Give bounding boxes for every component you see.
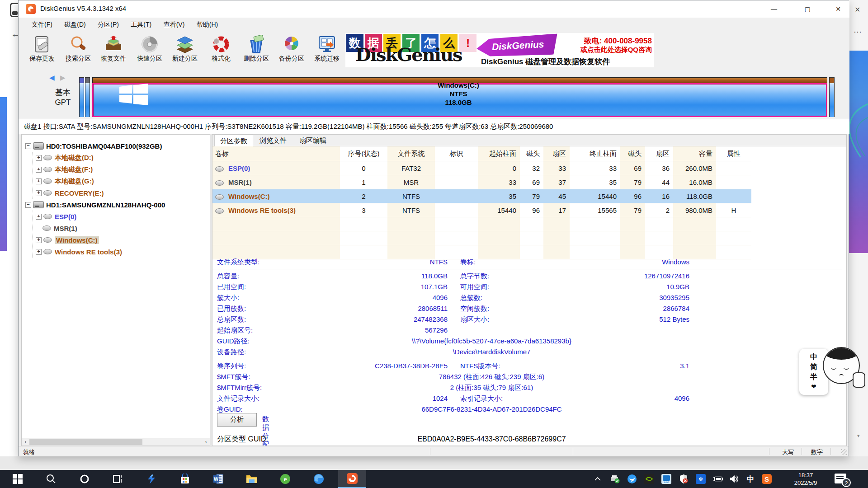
tree-item-windows-c[interactable]: + Windows(C:) [33,234,210,246]
tray-power-icon[interactable] [712,474,723,484]
expand-icon[interactable]: + [36,237,42,243]
partition-block-msr[interactable] [85,77,90,117]
tree-item-recovery-e[interactable]: + RECOVERY(E:) [33,187,210,199]
wallpaper-left-sliver [0,97,7,251]
table-row-esp[interactable]: ESP(0) 0 FAT32 0 32 33 33 69 36 260.0MB [212,161,751,175]
menu-partition[interactable]: 分区(P) [93,18,124,32]
tray-sogou-icon[interactable]: S [761,474,772,484]
tree-item-windows-re[interactable]: + Windows RE tools(3) [33,246,210,258]
heart-icon[interactable]: ❤ [811,382,816,391]
behind-window-close-icon[interactable]: ✕ [854,5,860,14]
tree-item-esp[interactable]: + ESP(0) [33,211,210,222]
partition-detail-panel: 分区参数 浏览文件 扇区编辑 卷标 序号(状态) 文件系统 标识 起始柱面 磁头… [212,134,847,446]
promo-banner[interactable]: 数 据 丢 了 怎 么 ! DiskGenius DiskGenius 致电: … [345,33,654,67]
scroll-right-icon[interactable]: › [202,438,210,446]
table-row-msr[interactable]: MSR(1) 1 MSR 33 69 37 35 79 44 16.0MB [212,175,751,189]
detail-row: 总扇区数:247482368 扇区大小:512 Bytes [217,314,689,325]
ime-simplified-mode[interactable]: 简 [810,362,817,371]
tab-browse-files[interactable]: 浏览文件 [254,135,292,146]
tray-chevron-up-icon[interactable] [592,474,603,484]
tree-item-hd1[interactable]: − HD1:SAMSUNGMZNLN128HAHQ-000 [25,199,210,211]
clock-time: 18:37 [782,471,829,479]
tray-dingtalk-icon[interactable] [627,474,637,484]
banner-qq-link[interactable]: 或点击此处选择QQ咨询 [544,46,652,54]
tray-intel-graphics-icon[interactable]: intel [661,474,672,484]
menu-file[interactable]: 文件(F) [27,18,57,32]
tab-partition-params[interactable]: 分区参数 [214,135,253,147]
close-button[interactable]: ✕ [828,0,849,18]
window-title: DiskGenius V5.4.3.1342 x64 [40,5,126,12]
expand-icon[interactable]: + [36,167,42,173]
search-partition-button[interactable]: 搜索分区 [60,34,96,66]
format-button[interactable]: 格式化 [203,34,239,66]
tray-snowflake-icon[interactable]: ❄ [695,474,706,484]
menu-help[interactable]: 帮助(H) [192,18,223,32]
nav-right-arrow-icon[interactable]: ▶ [60,74,66,82]
expand-icon[interactable]: + [36,214,42,220]
maximize-button[interactable]: ▢ [797,0,818,18]
svg-text:❄: ❄ [698,476,703,483]
tree-item-local-d[interactable]: + 本地磁盘(D:) [33,152,210,164]
ime-halfwidth-mode[interactable]: 半 [810,372,817,381]
tray-ime-mode-icon[interactable]: 中 [745,474,756,484]
expand-icon[interactable]: + [36,155,42,161]
partition-icon [43,178,52,184]
tray-nvidia-icon[interactable] [644,474,655,484]
quick-partition-button[interactable]: 快速分区 [132,34,168,66]
detail-row: 设备路径:\Device\HarddiskVolume7 [217,347,689,357]
ime-chinese-mode[interactable]: 中 [810,352,817,361]
expand-icon[interactable]: + [36,178,42,184]
detail-row: 文件系统类型:NTFS 卷标:Windows [217,257,689,267]
status-ready: 就绪 [23,448,35,456]
tree-item-local-g[interactable]: + 本地磁盘(G:) [33,175,210,187]
menu-view[interactable]: 查看(V) [159,18,190,32]
behind-window-more-icon[interactable]: ⋯ [854,27,862,37]
backup-partition-button[interactable]: 备份分区 [274,34,310,66]
table-row-windows-c[interactable]: Windows(C:) 2 NTFS 35 79 45 15440 96 16 … [212,189,751,203]
analyze-button[interactable]: 分析 [217,413,257,427]
scrollbar-thumb[interactable] [29,439,142,445]
tree-horizontal-scrollbar[interactable]: ‹ › [22,438,210,446]
diskgenius-logo-icon [26,4,36,14]
tree-item-msr[interactable]: MSR(1) [33,222,210,234]
divider [212,359,842,359]
partition-block-winre[interactable] [829,77,835,117]
partition-block-windows-c[interactable]: Windows(C:) NTFS 118.0GB [92,77,827,117]
system-migration-button[interactable]: 系统迁移 [309,34,345,66]
table-row-windows-re[interactable]: Windows RE tools(3) 3 NTFS 15440 96 17 1… [212,203,751,217]
partition-block-esp[interactable] [79,77,84,117]
minimize-button[interactable]: — [764,0,784,18]
save-changes-button[interactable]: 保存更改 [24,34,60,66]
tab-sector-edit[interactable]: 扇区编辑 [294,135,332,146]
delete-partition-button[interactable]: 删除分区 [238,34,274,66]
collapse-icon[interactable]: − [25,143,31,149]
tree-item-hd0[interactable]: − HD0:TOSHIBAMQ04ABF100(932GB) [25,140,210,152]
detail-row: 总容量:118.0GB 总字节数:126710972416 [217,271,689,282]
recover-files-button[interactable]: 恢复文件 [95,34,132,66]
search-partition-icon [69,35,88,54]
desktop-right-strip [849,0,868,470]
expand-icon[interactable]: + [36,190,42,196]
detail-row: $MFT簇号:786432 (柱面:426 磁头:239 扇区:6) [217,371,689,382]
disk-type-label: 基本 [45,87,81,98]
quick-partition-icon [140,35,159,54]
sogou-ime-widget[interactable]: 中 简 半 ❤ [799,347,867,396]
tray-security-shield-icon[interactable] [678,474,689,484]
scroll-left-icon[interactable]: ‹ [22,438,29,446]
new-partition-button[interactable]: 新建分区 [167,34,203,66]
nav-left-arrow-icon[interactable]: ◀ [49,74,55,82]
disk-tree-panel: − HD0:TOSHIBAMQ04ABF100(932GB) + 本地磁盘(D:… [21,134,210,446]
tree-item-local-f[interactable]: + 本地磁盘(F:) [33,164,210,175]
tray-printer-icon[interactable] [609,474,620,484]
collapse-icon[interactable]: − [25,202,31,208]
notification-badge: 2 [842,478,851,487]
expand-icon[interactable]: + [36,249,42,255]
resize-grip[interactable] [841,449,847,455]
taskbar-clock[interactable]: 18:37 2022/5/9 [782,471,829,487]
menu-tools[interactable]: 工具(T) [126,18,156,32]
partition-icon [42,225,51,231]
menu-disk[interactable]: 磁盘(D) [59,18,90,32]
tray-volume-icon[interactable] [729,474,740,484]
behind-window-dropdown-icon[interactable]: ▾ [857,433,860,439]
detail-row: 起始扇区号:567296 [217,325,689,336]
